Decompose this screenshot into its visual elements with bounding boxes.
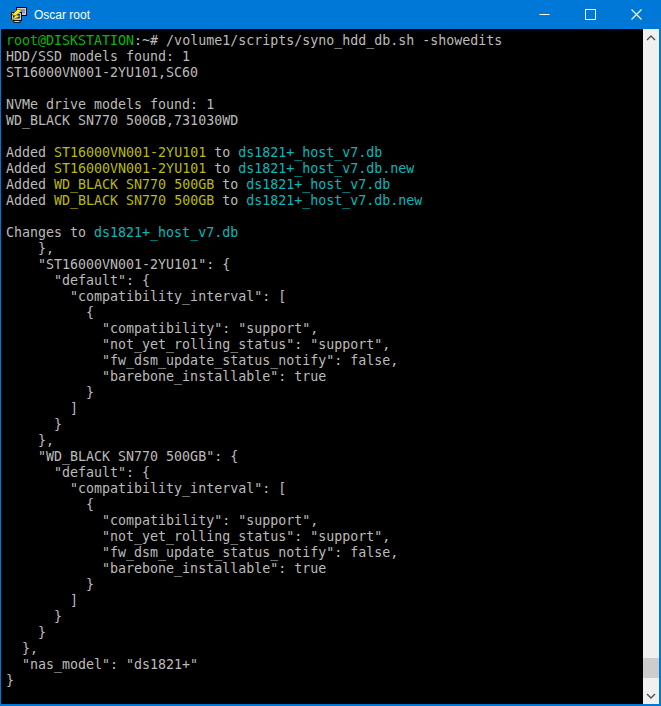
terminal-text-segment: ds1821+_host_v7.db.new	[238, 161, 414, 176]
terminal-text-segment: HDD/SSD models found: 1	[6, 49, 190, 64]
terminal-text-segment: "default": {	[6, 465, 150, 480]
terminal-text-segment: {	[6, 305, 94, 320]
scroll-down-button[interactable]	[643, 687, 659, 704]
terminal-output[interactable]: root@DISKSTATION:~# /volume1/scripts/syn…	[1, 29, 643, 704]
terminal-text-segment: WD_BLACK SN770 500GB,731030WD	[6, 113, 238, 128]
terminal-line: WD_BLACK SN770 500GB,731030WD	[6, 113, 643, 129]
terminal-line: "compatibility_interval": [	[6, 481, 643, 497]
terminal-line: "barebone_installable": true	[6, 561, 643, 577]
chevron-up-icon	[646, 35, 656, 41]
terminal-line: "barebone_installable": true	[6, 369, 643, 385]
terminal-line: "fw_dsm_update_status_notify": false,	[6, 545, 643, 561]
terminal-line: ST16000VN001-2YU101,SC60	[6, 65, 643, 81]
terminal-line: }	[6, 577, 643, 593]
terminal-text-segment: }	[6, 417, 62, 432]
terminal-line: Added WD_BLACK SN770 500GB to ds1821+_ho…	[6, 177, 643, 193]
terminal-text-segment: "ST16000VN001-2YU101": {	[6, 257, 230, 272]
terminal-text-segment: "nas_model": "ds1821+"	[6, 657, 198, 672]
terminal-line	[6, 129, 643, 145]
scrollbar[interactable]	[643, 29, 659, 704]
terminal-text-segment: {	[6, 497, 94, 512]
terminal-text-segment: }	[6, 673, 14, 688]
close-button[interactable]	[613, 0, 659, 29]
terminal-text-segment: },	[6, 241, 54, 256]
chevron-down-icon	[646, 693, 656, 699]
terminal-line: Added WD_BLACK SN770 500GB to ds1821+_ho…	[6, 193, 643, 209]
terminal-text-segment: WD_BLACK SN770 500GB	[54, 193, 214, 208]
terminal-text-segment: Added	[6, 161, 54, 176]
terminal-line: },	[6, 433, 643, 449]
terminal-text-segment: ]	[6, 593, 78, 608]
terminal-text-segment: "barebone_installable": true	[6, 561, 326, 576]
terminal-text-segment: ds1821+_host_v7.db	[238, 145, 382, 160]
terminal-line: }	[6, 385, 643, 401]
maximize-icon	[585, 9, 596, 20]
terminal-text-segment: :~# /volume1/scripts/syno_hdd_db.sh -sho…	[134, 33, 502, 48]
terminal-text-segment: }	[6, 385, 94, 400]
terminal-text-segment: "WD_BLACK SN770 500GB": {	[6, 449, 238, 464]
close-icon	[631, 9, 642, 20]
terminal-line: "fw_dsm_update_status_notify": false,	[6, 353, 643, 369]
terminal-line	[6, 81, 643, 97]
terminal-line: ]	[6, 593, 643, 609]
terminal-text-segment: },	[6, 433, 54, 448]
terminal-line: {	[6, 305, 643, 321]
terminal-text-segment: Added	[6, 193, 54, 208]
terminal-line: Added ST16000VN001-2YU101 to ds1821+_hos…	[6, 145, 643, 161]
terminal-text-segment: to	[214, 193, 246, 208]
caption-buttons	[521, 0, 659, 29]
putty-icon[interactable]	[9, 7, 27, 23]
terminal-line: Changes to ds1821+_host_v7.db	[6, 225, 643, 241]
terminal-text-segment: "compatibility": "support",	[6, 513, 318, 528]
terminal-text-segment: ST16000VN001-2YU101,SC60	[6, 65, 198, 80]
terminal-text-segment: "default": {	[6, 273, 150, 288]
titlebar[interactable]: Oscar root	[1, 0, 659, 29]
terminal-text-segment: to	[206, 161, 238, 176]
terminal-line: "ST16000VN001-2YU101": {	[6, 257, 643, 273]
terminal-line: "default": {	[6, 465, 643, 481]
terminal-text-segment: ds1821+_host_v7.db	[94, 225, 238, 240]
terminal-text-segment: root@DISKSTATION	[6, 33, 134, 48]
terminal-text-segment: "fw_dsm_update_status_notify": false,	[6, 545, 398, 560]
terminal-text-segment: }	[6, 625, 46, 640]
terminal-text-segment: "compatibility_interval": [	[6, 289, 286, 304]
terminal-line: {	[6, 497, 643, 513]
terminal-line: "nas_model": "ds1821+"	[6, 657, 643, 673]
terminal-text-segment: ST16000VN001-2YU101	[54, 161, 206, 176]
terminal-line: HDD/SSD models found: 1	[6, 49, 643, 65]
terminal-text-segment: to	[214, 177, 246, 192]
terminal-line: },	[6, 641, 643, 657]
terminal-line: "not_yet_rolling_status": "support",	[6, 337, 643, 353]
terminal-line: "compatibility_interval": [	[6, 289, 643, 305]
maximize-button[interactable]	[567, 0, 613, 29]
terminal-text-segment: }	[6, 609, 62, 624]
terminal-line: "compatibility": "support",	[6, 321, 643, 337]
scrollbar-thumb[interactable]	[643, 658, 659, 678]
terminal-line: root@DISKSTATION:~# /volume1/scripts/syn…	[6, 33, 643, 49]
terminal-text-segment: ds1821+_host_v7.db.new	[246, 193, 422, 208]
terminal-line: "compatibility": "support",	[6, 513, 643, 529]
terminal-line: Added ST16000VN001-2YU101 to ds1821+_hos…	[6, 161, 643, 177]
terminal-text-segment: },	[6, 641, 38, 656]
terminal-line: },	[6, 241, 643, 257]
terminal-line: }	[6, 609, 643, 625]
terminal-line: "default": {	[6, 273, 643, 289]
minimize-icon	[539, 9, 550, 20]
minimize-button[interactable]	[521, 0, 567, 29]
terminal-line: NVMe drive models found: 1	[6, 97, 643, 113]
terminal-text-segment: ds1821+_host_v7.db	[246, 177, 390, 192]
scroll-up-button[interactable]	[643, 29, 659, 46]
terminal-text-segment: "not_yet_rolling_status": "support",	[6, 337, 390, 352]
window-title: Oscar root	[34, 8, 90, 22]
terminal-text-segment: WD_BLACK SN770 500GB	[54, 177, 214, 192]
terminal-text-segment: "compatibility": "support",	[6, 321, 318, 336]
terminal-text-segment: }	[6, 577, 94, 592]
terminal-text-segment: "barebone_installable": true	[6, 369, 326, 384]
putty-window: Oscar root root@DISKSTATION:~# /volu	[0, 0, 661, 706]
terminal-line: "WD_BLACK SN770 500GB": {	[6, 449, 643, 465]
terminal-text-segment: ]	[6, 401, 78, 416]
terminal-text-segment: Added	[6, 177, 54, 192]
terminal-text-segment: "not_yet_rolling_status": "support",	[6, 529, 390, 544]
terminal-text-segment: to	[206, 145, 238, 160]
terminal-text-segment: "compatibility_interval": [	[6, 481, 286, 496]
